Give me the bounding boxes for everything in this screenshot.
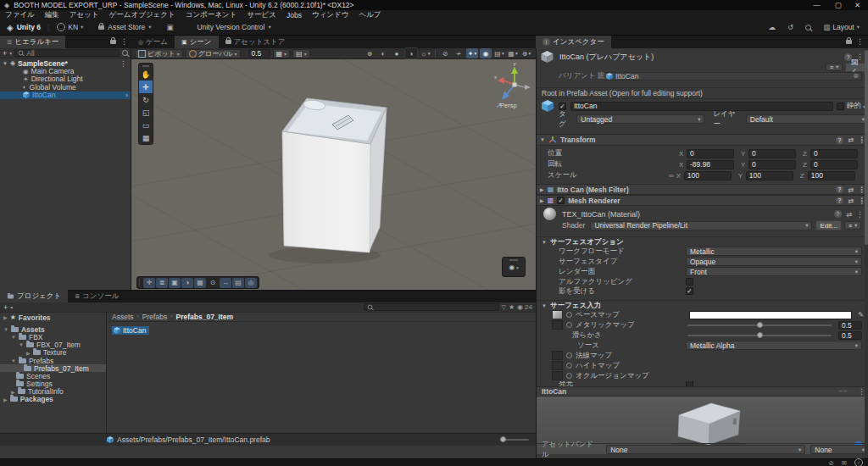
inspector-scrollbar[interactable]: [865, 48, 868, 459]
persp-label[interactable]: ‹ Persp: [497, 102, 517, 109]
help-icon[interactable]: ?: [834, 210, 842, 218]
breadcrumb-current[interactable]: Prefabs_07_Item: [176, 313, 234, 321]
menu-jobs[interactable]: Jobs: [281, 11, 307, 19]
scene-menu-icon[interactable]: ⋮: [120, 59, 131, 68]
hierarchy-lock-icon[interactable]: [110, 40, 116, 44]
scene-eye-icon[interactable]: ◉: [480, 48, 492, 58]
help-icon[interactable]: ?: [836, 186, 843, 193]
prefab-hierarchy-dropdown[interactable]: ≡▾: [826, 64, 843, 71]
scale-z-field[interactable]: 100: [808, 171, 855, 180]
undo-history-icon[interactable]: ↺: [787, 23, 793, 31]
gizmos-dropdown-icon[interactable]: ⊕▾: [520, 48, 532, 58]
receive-shadows-checkbox[interactable]: ✓: [686, 287, 693, 295]
pivot-dropdown[interactable]: ピボット▾: [135, 49, 183, 58]
tree-row-assets[interactable]: ▼Assets: [0, 325, 106, 333]
hierarchy-row-directional-light[interactable]: ☀ Directional Light: [0, 75, 131, 83]
mesh-renderer-header[interactable]: ▶ ▩ ✓ Mesh Renderer ? ⇄ ⋮: [537, 195, 868, 206]
search-label-icon[interactable]: ★: [509, 303, 515, 311]
texture-picker-dot[interactable]: [566, 363, 572, 369]
preview-header[interactable]: IttoCan ━━ ⋮: [537, 386, 868, 397]
menu-file[interactable]: ファイル: [0, 10, 40, 20]
material-menu-icon[interactable]: ⋮: [856, 210, 864, 219]
render-face-dropdown[interactable]: Front▾: [686, 267, 862, 276]
project-item-ittocan[interactable]: IttoCan: [112, 326, 149, 335]
lighting-overlay-icon[interactable]: ◑: [181, 278, 193, 288]
lighting-toggle-icon[interactable]: ●: [391, 48, 403, 58]
texture-picker-dot[interactable]: [566, 322, 572, 328]
foldout-caret[interactable]: ▼: [542, 240, 547, 245]
menu-window[interactable]: ウィンドウ: [307, 10, 354, 20]
activity-check-icon[interactable]: ✓: [854, 458, 863, 466]
scrollbar-thumb[interactable]: [865, 50, 868, 245]
grid-dropdown-icon[interactable]: ▦▾: [507, 48, 519, 58]
tab-asset-store[interactable]: アセットストア: [219, 36, 292, 48]
scale-tool-button[interactable]: ◱: [139, 106, 153, 119]
hierarchy-row-scene[interactable]: ▼ ◈ SampleScene* ⋮: [0, 59, 131, 67]
rotate-tool-button[interactable]: ↻: [139, 93, 153, 106]
metallic-slider[interactable]: [687, 325, 832, 326]
eyedropper-icon[interactable]: ✎: [858, 311, 864, 319]
hierarchy-row-main-camera[interactable]: ◉ Main Camera: [0, 67, 131, 75]
tab-hierarchy[interactable]: ☰ ヒエラルキー: [0, 36, 65, 48]
material-header[interactable]: TEX_IttoCan (Material) ? ⇄ ⋮: [537, 208, 868, 220]
mute-audio-icon[interactable]: ⊘: [439, 48, 451, 58]
preset-icon[interactable]: ⇄: [846, 210, 852, 219]
texture-picker-dot[interactable]: [566, 312, 572, 318]
tree-row-prefabs-07-item[interactable]: Prefabs_07_Item: [0, 364, 106, 372]
breadcrumb-assets[interactable]: Assets: [112, 313, 134, 321]
foldout-caret[interactable]: ▶: [540, 197, 544, 203]
foldout-caret[interactable]: ▼: [3, 61, 8, 66]
camera-settings-overlay-icon[interactable]: ▣: [169, 278, 181, 288]
foldout-caret[interactable]: ▼: [542, 303, 547, 308]
move-overlay-icon[interactable]: ↔: [220, 278, 231, 288]
smoothness-value-field[interactable]: 0.5: [838, 331, 862, 340]
search-icon[interactable]: [805, 25, 811, 31]
gameobject-prefab-icon[interactable]: [542, 100, 554, 112]
mesh-renderer-checkbox[interactable]: ✓: [557, 197, 565, 204]
scale-link-icon[interactable]: ∞: [669, 172, 674, 180]
tag-dropdown[interactable]: Untagged▾: [576, 114, 704, 124]
menu-edit[interactable]: 編集: [40, 10, 64, 20]
base-map-thumbnail[interactable]: [552, 310, 563, 319]
asset-bundle-dropdown[interactable]: None▾: [606, 445, 805, 454]
rotation-y-field[interactable]: 0: [748, 160, 796, 169]
search-type-icon[interactable]: ▽: [502, 304, 506, 311]
rect-tool-button[interactable]: ▭: [139, 119, 153, 131]
draw-mode-icon[interactable]: ⊕: [364, 48, 376, 58]
preview-drag-handle[interactable]: ━━: [839, 388, 848, 395]
hand-tool-button[interactable]: ✋: [139, 68, 153, 80]
help-icon[interactable]: ?: [836, 136, 843, 144]
rotation-x-field[interactable]: -89.98: [687, 160, 734, 169]
metallic-value-field[interactable]: 0.5: [838, 321, 862, 330]
gizmo-fx-icon[interactable]: ≁: [453, 48, 465, 58]
globe-overlay-icon[interactable]: ◎: [245, 278, 257, 288]
version-control-button[interactable]: ▣ Unity Version Control▾: [159, 23, 279, 31]
foldout-caret[interactable]: ▶: [540, 186, 544, 192]
tree-row-packages[interactable]: ▶Packages: [0, 396, 106, 403]
position-x-field[interactable]: 0: [687, 149, 734, 158]
hierarchy-row-ittocan[interactable]: IttoCan ›: [0, 92, 131, 99]
foldout-caret[interactable]: ▼: [540, 137, 545, 142]
position-y-field[interactable]: 0: [748, 149, 796, 158]
prefab-open-arrow[interactable]: ›: [125, 92, 131, 99]
favorites-row[interactable]: ▶ ★ Favorites: [0, 313, 106, 321]
menu-gameobject[interactable]: ゲームオブジェクト: [104, 10, 181, 20]
preset-icon[interactable]: ⇄: [848, 186, 854, 194]
surface-options-header[interactable]: ▼ サーフェスオプション: [537, 236, 868, 247]
layout-dropdown[interactable]: ▥ Layout▾: [823, 23, 860, 31]
height-map-thumbnail[interactable]: [552, 361, 563, 370]
occlusion-map-thumbnail[interactable]: [552, 371, 563, 380]
account-button[interactable]: KN▾: [49, 23, 91, 31]
clear-variant-icon[interactable]: ⊗: [853, 72, 859, 80]
base-color-swatch[interactable]: [689, 311, 852, 319]
zoom-overlay-icon[interactable]: ⊙: [207, 278, 219, 288]
shader-options-dropdown[interactable]: ≡▾: [844, 221, 861, 230]
hierarchy-add-button[interactable]: +: [3, 49, 7, 58]
project-search-input[interactable]: [364, 303, 499, 311]
global-dropdown[interactable]: グローバル▾: [186, 49, 241, 58]
normal-map-thumbnail[interactable]: [552, 351, 563, 360]
inspector-menu-icon[interactable]: ⋮: [856, 37, 864, 46]
hierarchy-filter-icon[interactable]: [122, 50, 128, 56]
preset-icon[interactable]: ⇄: [848, 197, 854, 205]
menu-assets[interactable]: アセット: [64, 10, 104, 20]
